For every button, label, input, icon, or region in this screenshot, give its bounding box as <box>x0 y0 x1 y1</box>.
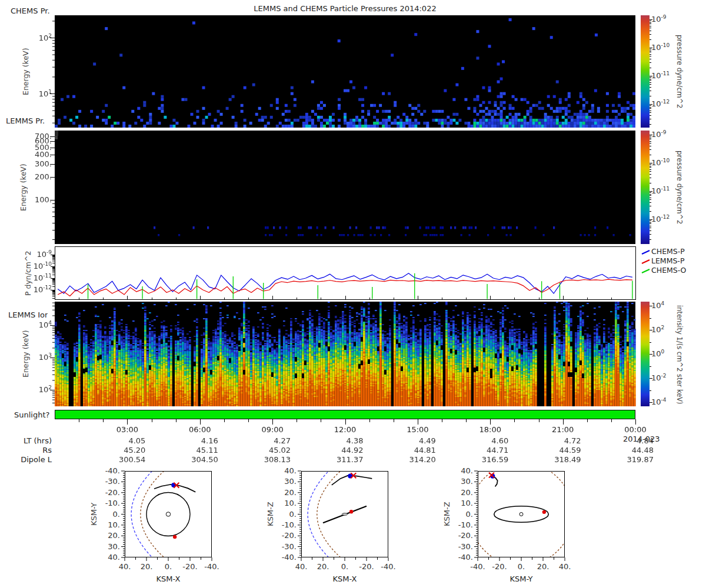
lt-value: 4.49 <box>419 436 436 445</box>
cb1-minor-tick <box>650 87 651 88</box>
colorbar-title-pressure-2: pressure dyne/cm^2 <box>675 131 684 244</box>
legend-line-chems-p-icon <box>641 249 651 256</box>
cb4-tick-label: 100 <box>651 349 664 358</box>
cb1-tick-label: 10-10 <box>651 42 670 52</box>
time-tick-label: 21:00 <box>542 425 584 434</box>
p4-ytick-label: 102 <box>39 385 52 394</box>
orbit3-xtick-label: 40. <box>552 562 578 571</box>
orbit2-ytick-label: 20. <box>284 488 297 497</box>
cb4-minor-tick <box>650 390 651 391</box>
cb1-minor-tick <box>650 91 651 91</box>
cb2-minor-tick <box>650 139 651 139</box>
time-tick-label: 09:00 <box>252 425 293 434</box>
row-label-rs: Rs <box>0 446 52 455</box>
cb4-tick-label: 104 <box>651 300 664 310</box>
cb1-minor-tick <box>650 24 651 24</box>
cb1-tick <box>650 19 652 20</box>
legend-label-chems-o: CHEMS-O <box>651 266 686 275</box>
orbit-plot-ksmx-ksmz <box>289 467 401 562</box>
cb2-minor-tick <box>650 230 651 231</box>
y-axis-title-energy-2: Energy (keV) <box>19 131 28 244</box>
orbit3-ytick-label: -10. <box>458 520 473 529</box>
orbit1-ytick-label: -30. <box>105 477 120 486</box>
p4-ytick-label: 103 <box>39 352 52 362</box>
orbit2-ytick-label: 30. <box>284 477 297 486</box>
lemms-ions-spectrogram <box>48 302 636 406</box>
y-axis-title-energy-1: Energy (keV) <box>21 15 30 128</box>
cb1-minor-tick <box>650 68 651 68</box>
rs-value: 44.48 <box>632 446 654 455</box>
colorbar-title-intensity: intensity 1/(s cm^2 ster keV) <box>675 299 684 410</box>
lt-value: 4.27 <box>274 436 291 445</box>
time-tick-label: 18:00 <box>469 425 511 434</box>
orbit3-ytick-label: -20. <box>458 531 473 540</box>
cb1-minor-tick <box>650 115 651 116</box>
cb2-minor-tick <box>650 155 651 155</box>
time-tick-label: 15:00 <box>397 425 438 434</box>
cb2-tick-label: 10-12 <box>651 214 670 223</box>
cb1-minor-tick <box>650 82 651 83</box>
cb2-minor-tick <box>650 202 651 203</box>
cb2-minor-tick <box>650 234 651 235</box>
line-legend: CHEMS-P LEMMS-P CHEMS-O <box>641 247 686 275</box>
dipole-l-value: 319.87 <box>627 455 654 464</box>
orbit3-ytick-label: 30. <box>461 477 473 486</box>
cb2-minor-tick <box>650 206 651 206</box>
dipole-l-value: 314.20 <box>409 455 436 464</box>
p2-ytick-label: 200. <box>35 172 52 181</box>
orbit1-ytick-label: 20. <box>108 531 120 540</box>
p2-ytick-label: 400. <box>35 150 52 159</box>
cb2-minor-tick <box>650 141 651 142</box>
orbit-plot-ksmy-ksmz <box>466 467 578 562</box>
orbit2-ytick-label: 10. <box>284 499 297 507</box>
cb2-minor-tick <box>650 239 651 240</box>
chems-pressure-spectrogram <box>48 15 636 128</box>
dipole-l-value: 316.59 <box>482 455 509 464</box>
dipole-l-value: 308.13 <box>264 455 291 464</box>
cb2-minor-tick <box>650 220 651 221</box>
cb1-minor-tick <box>650 34 651 35</box>
cb4-tick-label: 102 <box>651 325 664 334</box>
p3-ytick-label: 10-12 <box>34 285 52 294</box>
cb2-minor-tick <box>650 226 651 226</box>
p2-ytick-label: 300. <box>35 159 52 168</box>
orbit1-ytick-label: 10. <box>108 520 120 529</box>
cb2-minor-tick <box>650 146 651 146</box>
orbit3-ytick-label: -40. <box>458 553 473 562</box>
orbit1-x-axis-title: KSM-X <box>125 574 212 583</box>
cb1-tick <box>650 104 652 105</box>
legend-line-lemms-p-icon <box>641 258 651 265</box>
cb1-minor-tick <box>650 28 651 28</box>
chart-title: LEMMS and CHEMS Particle Pressures 2014:… <box>55 4 635 13</box>
lemms-pressure-spectrogram <box>48 131 636 244</box>
cb1-tick-label: 10-9 <box>651 14 667 24</box>
legend-label-chems-p: CHEMS-P <box>651 247 685 256</box>
orbit1-xtick-label: -40. <box>199 562 225 571</box>
orbit-plot-ksmx-ksmy <box>113 467 225 562</box>
cb1-minor-tick <box>650 105 651 106</box>
cb2-minor-tick <box>650 143 651 143</box>
p3-ytick-label: 10-9 <box>36 249 52 259</box>
cb2-minor-tick <box>650 183 651 183</box>
cb2-tick <box>650 163 652 163</box>
cb2-minor-tick <box>650 178 651 178</box>
rs-value: 44.59 <box>559 446 581 455</box>
lt-value: 4.84 <box>637 436 654 445</box>
time-tick-label: 03:00 <box>106 425 148 434</box>
orbit3-ytick-label: 0. <box>466 510 473 519</box>
legend-item-lemms-p: LEMMS-P <box>641 256 686 266</box>
cb1-minor-tick <box>650 107 651 108</box>
cb2-minor-tick <box>650 192 651 193</box>
cb4-minor-tick <box>650 366 651 367</box>
lt-value: 4.72 <box>564 436 581 445</box>
legend-label-lemms-p: LEMMS-P <box>651 256 684 265</box>
cb1-minor-tick <box>650 96 651 96</box>
cb1-minor-tick <box>650 49 651 49</box>
cb1-minor-tick <box>650 77 651 78</box>
lt-value: 4.05 <box>128 436 145 445</box>
cb2-minor-tick <box>650 211 651 212</box>
cb1-minor-tick <box>650 62 651 63</box>
row-label-lt: LT (hrs) <box>0 436 52 445</box>
orbit2-y-axis-title: KSM-Z <box>266 471 275 557</box>
cb1-minor-tick <box>650 84 651 85</box>
